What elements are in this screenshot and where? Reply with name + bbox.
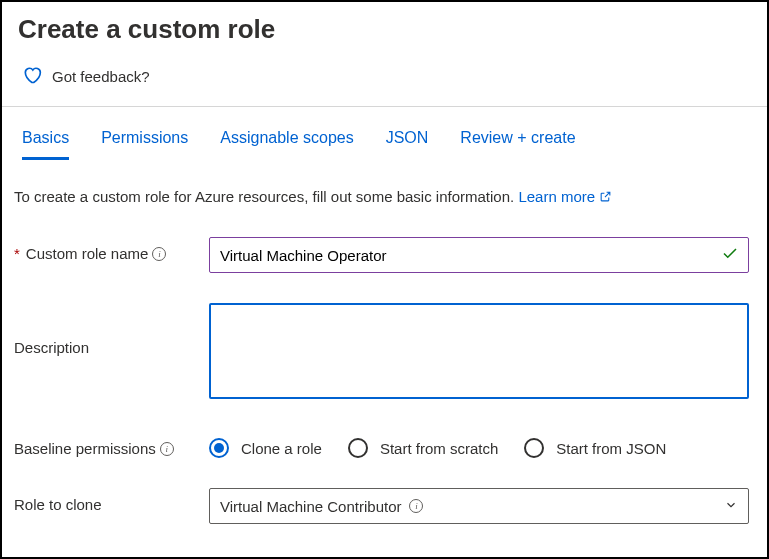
description-label: Description bbox=[14, 303, 209, 356]
feedback-link[interactable]: Got feedback? bbox=[2, 49, 767, 107]
external-link-icon bbox=[599, 188, 612, 205]
feedback-label: Got feedback? bbox=[52, 68, 150, 85]
radio-icon bbox=[524, 438, 544, 458]
description-input[interactable] bbox=[209, 303, 749, 399]
required-indicator: * bbox=[14, 245, 20, 262]
role-name-label: * Custom role name i bbox=[14, 237, 209, 262]
tab-basics[interactable]: Basics bbox=[22, 129, 69, 160]
heart-icon bbox=[22, 65, 42, 88]
chevron-down-icon bbox=[724, 498, 738, 515]
radio-start-json[interactable]: Start from JSON bbox=[524, 438, 666, 458]
info-icon[interactable]: i bbox=[152, 247, 166, 261]
role-to-clone-select[interactable]: Virtual Machine Contributor i bbox=[209, 488, 749, 524]
info-icon[interactable]: i bbox=[160, 442, 174, 456]
tab-assignable-scopes[interactable]: Assignable scopes bbox=[220, 129, 353, 160]
role-name-input[interactable] bbox=[209, 237, 749, 273]
role-to-clone-label: Role to clone bbox=[14, 488, 209, 513]
tab-json[interactable]: JSON bbox=[386, 129, 429, 160]
info-icon[interactable]: i bbox=[409, 499, 423, 513]
tab-bar: Basics Permissions Assignable scopes JSO… bbox=[2, 107, 767, 160]
radio-clone-role[interactable]: Clone a role bbox=[209, 438, 322, 458]
radio-start-scratch[interactable]: Start from scratch bbox=[348, 438, 498, 458]
intro-text: To create a custom role for Azure resour… bbox=[2, 160, 767, 213]
learn-more-link[interactable]: Learn more bbox=[518, 188, 595, 205]
baseline-radio-group: Clone a role Start from scratch Start fr… bbox=[209, 432, 749, 458]
tab-review-create[interactable]: Review + create bbox=[460, 129, 575, 160]
radio-icon bbox=[348, 438, 368, 458]
page-title: Create a custom role bbox=[2, 2, 767, 49]
baseline-label: Baseline permissions i bbox=[14, 432, 209, 457]
tab-permissions[interactable]: Permissions bbox=[101, 129, 188, 160]
radio-icon bbox=[209, 438, 229, 458]
